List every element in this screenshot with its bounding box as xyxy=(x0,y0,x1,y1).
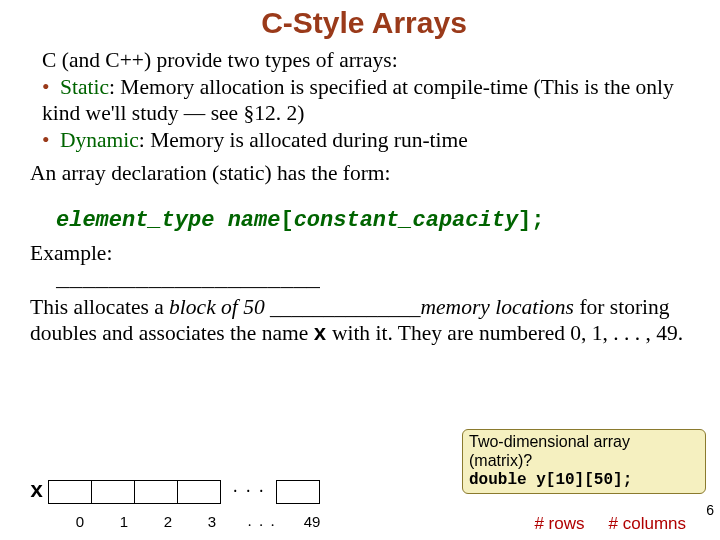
array-index: 3 xyxy=(190,513,234,530)
array-ellipsis: . . . xyxy=(221,480,277,504)
example-label: Example: xyxy=(28,241,700,266)
callout-line: Two-dimensional array xyxy=(469,433,699,452)
array-var-label: x xyxy=(30,479,43,504)
index-row: 0 1 2 3 . . . 49 xyxy=(30,513,334,530)
array-cell xyxy=(177,480,221,504)
decl-element-type: element_type xyxy=(56,208,214,233)
array-diagram: x . . . xyxy=(30,479,320,504)
decl-rbracket: ]; xyxy=(518,208,544,233)
slide-title: C-Style Arrays xyxy=(28,6,700,40)
var-x: x xyxy=(314,322,327,346)
array-cell xyxy=(91,480,135,504)
explanation: This allocates a block of 50 ___________… xyxy=(28,295,700,348)
bullet-dynamic-text: : Memory is allocated during run-time xyxy=(139,128,468,152)
array-index: 2 xyxy=(146,513,190,530)
explain-part: block of 50 xyxy=(169,295,265,319)
decl-capacity: constant_capacity xyxy=(294,208,518,233)
callout-code: double y[10][50]; xyxy=(469,471,699,490)
intro-text: C (and C++) provide two types of arrays: xyxy=(28,48,700,73)
callout-box: Two-dimensional array (matrix)? double y… xyxy=(462,429,706,494)
index-ellipsis: . . . xyxy=(234,513,290,530)
bullet-static: •Static: Memory allocation is specified … xyxy=(28,75,700,126)
callout-line: (matrix)? xyxy=(469,452,699,471)
array-index: 49 xyxy=(290,513,334,530)
decl-name: name xyxy=(228,208,281,233)
ncols-label: # columns xyxy=(609,514,686,533)
bullet-dot-icon: • xyxy=(42,75,60,100)
explain-part: with it. They are numbered 0, 1, . . . ,… xyxy=(327,321,684,345)
array-cell xyxy=(48,480,92,504)
keyword-dynamic: Dynamic xyxy=(60,128,139,152)
page-number: 6 xyxy=(706,502,714,518)
explain-part: memory locations xyxy=(421,295,574,319)
array-index: 1 xyxy=(102,513,146,530)
array-cell xyxy=(276,480,320,504)
nrows-label: # rows xyxy=(534,514,584,533)
example-blank: ____________________ xyxy=(28,268,700,293)
bullet-dot-icon: • xyxy=(42,128,60,153)
declaration-lead: An array declaration (static) has the fo… xyxy=(28,161,700,186)
bullet-dynamic: •Dynamic: Memory is allocated during run… xyxy=(28,128,700,153)
row-col-labels: # rows# columns xyxy=(522,514,698,534)
declaration-code: element_type name[constant_capacity]; xyxy=(28,208,700,233)
keyword-static: Static xyxy=(60,75,109,99)
array-index: 0 xyxy=(58,513,102,530)
explain-blank: ______________ xyxy=(265,295,421,319)
decl-lbracket: [ xyxy=(280,208,293,233)
explain-part: This allocates a xyxy=(30,295,169,319)
array-cell xyxy=(134,480,178,504)
bullet-static-text: : Memory allocation is specified at comp… xyxy=(42,75,674,124)
